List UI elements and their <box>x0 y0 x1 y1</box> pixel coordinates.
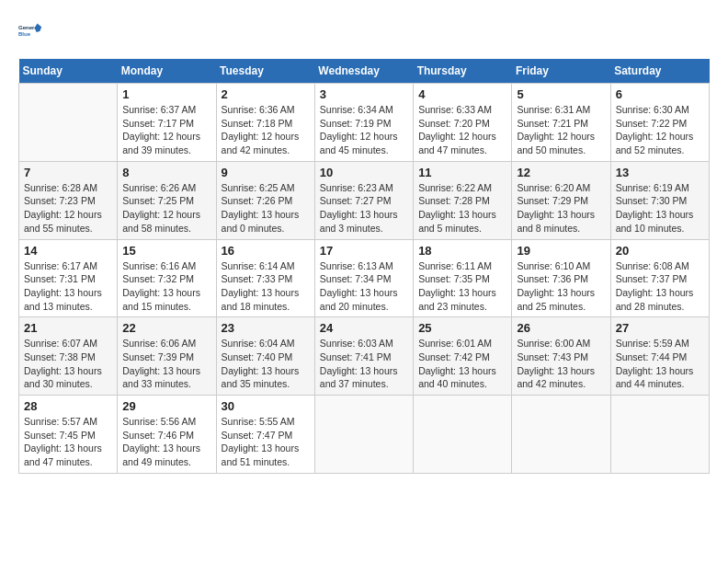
day-number: 8 <box>122 166 210 179</box>
day-number: 14 <box>24 244 112 258</box>
weekday-header: Thursday <box>414 59 512 84</box>
calendar-table: SundayMondayTuesdayWednesdayThursdayFrid… <box>18 59 710 474</box>
day-number: 11 <box>418 166 506 179</box>
day-info: Sunrise: 6:31 AMSunset: 7:21 PMDaylight:… <box>517 103 605 157</box>
weekday-header: Wednesday <box>314 59 413 84</box>
logo: GeneralBlue <box>18 18 44 44</box>
calendar-cell: 20Sunrise: 6:08 AMSunset: 7:37 PMDayligh… <box>610 239 709 317</box>
day-info: Sunrise: 6:16 AMSunset: 7:32 PMDaylight:… <box>122 259 210 314</box>
day-number: 12 <box>517 166 605 179</box>
day-number: 25 <box>418 321 506 335</box>
day-info: Sunrise: 6:01 AMSunset: 7:42 PMDaylight:… <box>418 337 506 391</box>
calendar-cell: 8Sunrise: 6:26 AMSunset: 7:25 PMDaylight… <box>118 161 216 239</box>
day-info: Sunrise: 6:20 AMSunset: 7:29 PMDaylight:… <box>517 181 605 236</box>
day-info: Sunrise: 5:55 AMSunset: 7:47 PMDaylight:… <box>222 415 310 469</box>
day-info: Sunrise: 5:57 AMSunset: 7:45 PMDaylight:… <box>24 415 112 469</box>
day-info: Sunrise: 5:56 AMSunset: 7:46 PMDaylight:… <box>122 415 210 469</box>
day-number: 3 <box>320 87 408 101</box>
day-number: 26 <box>517 321 605 335</box>
calendar-cell: 16Sunrise: 6:14 AMSunset: 7:33 PMDayligh… <box>216 239 314 317</box>
calendar-cell: 27Sunrise: 5:59 AMSunset: 7:44 PMDayligh… <box>610 317 709 396</box>
calendar-cell <box>19 84 118 162</box>
day-info: Sunrise: 6:14 AMSunset: 7:33 PMDaylight:… <box>222 259 310 314</box>
day-number: 28 <box>24 399 112 413</box>
day-info: Sunrise: 6:22 AMSunset: 7:28 PMDaylight:… <box>418 181 506 236</box>
day-info: Sunrise: 6:26 AMSunset: 7:25 PMDaylight:… <box>122 181 210 236</box>
calendar-cell: 25Sunrise: 6:01 AMSunset: 7:42 PMDayligh… <box>414 317 512 396</box>
weekday-header: Saturday <box>610 59 709 84</box>
day-info: Sunrise: 6:17 AMSunset: 7:31 PMDaylight:… <box>24 259 112 314</box>
calendar-cell: 4Sunrise: 6:33 AMSunset: 7:20 PMDaylight… <box>414 84 512 162</box>
calendar-cell: 24Sunrise: 6:03 AMSunset: 7:41 PMDayligh… <box>314 317 413 396</box>
day-info: Sunrise: 6:13 AMSunset: 7:34 PMDaylight:… <box>320 259 408 314</box>
calendar-week-row: 21Sunrise: 6:07 AMSunset: 7:38 PMDayligh… <box>19 317 710 396</box>
calendar-cell: 15Sunrise: 6:16 AMSunset: 7:32 PMDayligh… <box>118 239 216 317</box>
day-number: 1 <box>122 87 210 101</box>
day-info: Sunrise: 6:25 AMSunset: 7:26 PMDaylight:… <box>222 181 310 236</box>
calendar-cell: 28Sunrise: 5:57 AMSunset: 7:45 PMDayligh… <box>19 396 118 474</box>
calendar-cell: 13Sunrise: 6:19 AMSunset: 7:30 PMDayligh… <box>610 161 709 239</box>
day-number: 15 <box>122 244 210 258</box>
calendar-week-row: 14Sunrise: 6:17 AMSunset: 7:31 PMDayligh… <box>19 239 710 317</box>
calendar-cell: 23Sunrise: 6:04 AMSunset: 7:40 PMDayligh… <box>216 317 314 396</box>
day-number: 18 <box>418 244 506 258</box>
day-number: 22 <box>122 321 210 335</box>
day-info: Sunrise: 6:00 AMSunset: 7:43 PMDaylight:… <box>517 337 605 391</box>
calendar-cell: 17Sunrise: 6:13 AMSunset: 7:34 PMDayligh… <box>314 239 413 317</box>
day-info: Sunrise: 6:37 AMSunset: 7:17 PMDaylight:… <box>122 103 210 157</box>
day-number: 7 <box>24 166 112 179</box>
day-number: 23 <box>222 321 310 335</box>
calendar-cell: 5Sunrise: 6:31 AMSunset: 7:21 PMDaylight… <box>512 84 610 162</box>
calendar-week-row: 7Sunrise: 6:28 AMSunset: 7:23 PMDaylight… <box>19 161 710 239</box>
day-info: Sunrise: 6:07 AMSunset: 7:38 PMDaylight:… <box>24 337 112 391</box>
calendar-cell: 30Sunrise: 5:55 AMSunset: 7:47 PMDayligh… <box>216 396 314 474</box>
day-number: 9 <box>222 166 310 179</box>
day-info: Sunrise: 6:23 AMSunset: 7:27 PMDaylight:… <box>320 181 408 236</box>
calendar-cell: 9Sunrise: 6:25 AMSunset: 7:26 PMDaylight… <box>216 161 314 239</box>
day-info: Sunrise: 6:34 AMSunset: 7:19 PMDaylight:… <box>320 103 408 157</box>
day-info: Sunrise: 6:11 AMSunset: 7:35 PMDaylight:… <box>418 259 506 314</box>
calendar-week-row: 28Sunrise: 5:57 AMSunset: 7:45 PMDayligh… <box>19 396 710 474</box>
weekday-header: Tuesday <box>216 59 314 84</box>
day-info: Sunrise: 6:10 AMSunset: 7:36 PMDaylight:… <box>517 259 605 314</box>
calendar-cell <box>314 396 413 474</box>
calendar-cell: 18Sunrise: 6:11 AMSunset: 7:35 PMDayligh… <box>414 239 512 317</box>
day-info: Sunrise: 6:04 AMSunset: 7:40 PMDaylight:… <box>222 337 310 391</box>
weekday-header: Sunday <box>19 59 118 84</box>
calendar-cell: 7Sunrise: 6:28 AMSunset: 7:23 PMDaylight… <box>19 161 118 239</box>
day-info: Sunrise: 6:19 AMSunset: 7:30 PMDaylight:… <box>616 181 704 236</box>
day-info: Sunrise: 6:28 AMSunset: 7:23 PMDaylight:… <box>24 181 112 236</box>
calendar-cell: 2Sunrise: 6:36 AMSunset: 7:18 PMDaylight… <box>216 84 314 162</box>
svg-text:Blue: Blue <box>18 31 31 37</box>
day-number: 10 <box>320 166 408 179</box>
day-number: 13 <box>616 166 704 179</box>
day-info: Sunrise: 6:36 AMSunset: 7:18 PMDaylight:… <box>222 103 310 157</box>
calendar-cell <box>414 396 512 474</box>
calendar-cell: 21Sunrise: 6:07 AMSunset: 7:38 PMDayligh… <box>19 317 118 396</box>
day-number: 29 <box>122 399 210 413</box>
day-info: Sunrise: 5:59 AMSunset: 7:44 PMDaylight:… <box>616 337 704 391</box>
calendar-cell: 19Sunrise: 6:10 AMSunset: 7:36 PMDayligh… <box>512 239 610 317</box>
day-number: 4 <box>418 87 506 101</box>
day-number: 6 <box>616 87 704 101</box>
day-number: 24 <box>320 321 408 335</box>
day-info: Sunrise: 6:33 AMSunset: 7:20 PMDaylight:… <box>418 103 506 157</box>
calendar-cell: 29Sunrise: 5:56 AMSunset: 7:46 PMDayligh… <box>118 396 216 474</box>
day-info: Sunrise: 6:03 AMSunset: 7:41 PMDaylight:… <box>320 337 408 391</box>
calendar-cell: 14Sunrise: 6:17 AMSunset: 7:31 PMDayligh… <box>19 239 118 317</box>
calendar-cell: 3Sunrise: 6:34 AMSunset: 7:19 PMDaylight… <box>314 84 413 162</box>
day-number: 16 <box>222 244 310 258</box>
day-number: 27 <box>616 321 704 335</box>
day-number: 20 <box>616 244 704 258</box>
day-info: Sunrise: 6:08 AMSunset: 7:37 PMDaylight:… <box>616 259 704 314</box>
day-number: 5 <box>517 87 605 101</box>
calendar-week-row: 1Sunrise: 6:37 AMSunset: 7:17 PMDaylight… <box>19 84 710 162</box>
day-number: 30 <box>222 399 310 413</box>
calendar-cell: 10Sunrise: 6:23 AMSunset: 7:27 PMDayligh… <box>314 161 413 239</box>
calendar-cell: 22Sunrise: 6:06 AMSunset: 7:39 PMDayligh… <box>118 317 216 396</box>
calendar-cell <box>512 396 610 474</box>
logo-icon: GeneralBlue <box>18 18 44 44</box>
day-info: Sunrise: 6:30 AMSunset: 7:22 PMDaylight:… <box>616 103 704 157</box>
day-number: 2 <box>222 87 310 101</box>
day-number: 21 <box>24 321 112 335</box>
